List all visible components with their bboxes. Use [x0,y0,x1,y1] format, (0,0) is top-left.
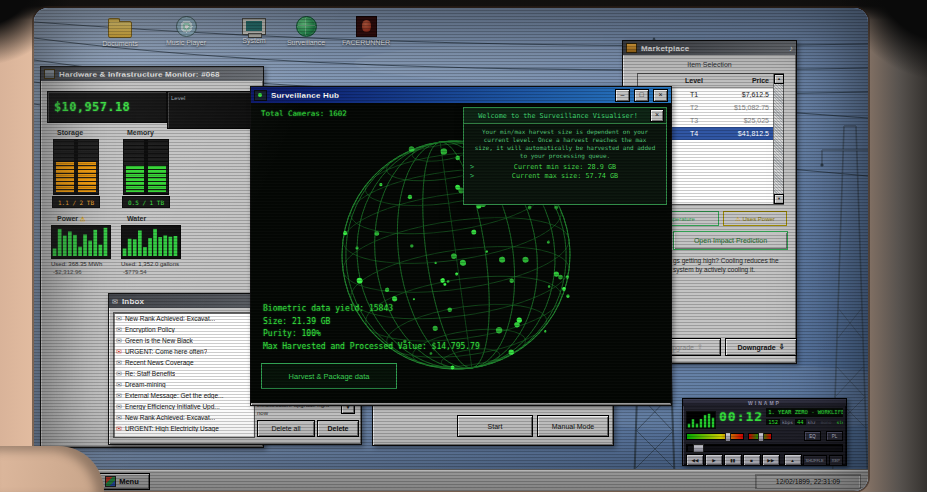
camera-icon [254,90,267,101]
email-subject: External Message: Get the edge... [125,392,224,399]
desktop-icon-documents[interactable]: Documents [94,16,146,47]
seek-bar[interactable] [686,444,843,452]
scroll-up-arrow[interactable]: ▲ [774,74,784,84]
email-row[interactable]: ✉External Message: Get the edge... [114,390,254,401]
email-row[interactable]: ✉Dream-mining [114,379,254,390]
stat-yield: Biometric data yield: 15843 [263,303,480,316]
email-subject: Energy Efficiency Initiative Upd... [125,403,220,410]
downgrade-button[interactable]: Downgrade ⇩ [725,338,797,356]
stop-button[interactable]: ■ [743,454,761,466]
email-row[interactable]: ✉New Rank Achieved: Excavat... [114,313,254,324]
envelope-icon: ✉ [116,326,122,333]
sound-icon: ♪ [789,44,793,53]
email-row[interactable]: ✉Re: Staff Benefits [114,368,254,379]
warning-icon: ⚠ [80,215,85,222]
desktop-icon-system[interactable]: System [228,16,280,44]
max-size-line: > Current max size: 57.74 GB [464,172,666,180]
power-usage-chart [51,225,111,259]
level-column-header: Level [678,77,710,84]
manual-mode-button[interactable]: Manual Mode [537,415,609,437]
pause-button[interactable]: ▮▮ [724,454,742,466]
email-row[interactable]: ✉Recent News Coverage [114,357,254,368]
email-row[interactable]: ✉Encryption Policy [114,324,254,335]
storage-label: Storage [57,129,83,136]
delete-button[interactable]: Delete [317,420,359,437]
email-subject: URGENT: Come here often? [125,348,207,355]
desktop-icon-label: System [228,37,280,44]
harvest-stats: Biometric data yield: 15843 Size: 21.39 … [263,303,480,353]
repeat-toggle[interactable]: REP [829,455,843,466]
water-label: Water [127,215,146,222]
window-title: Hardware & Infrastructure Monitor: #068 [59,70,220,79]
min-size-line: > Current min size: 28.9 GB [464,163,666,171]
memory-value: 0.5 / 1 TB [122,196,170,208]
player-titlebar[interactable]: WINAMP [683,399,846,406]
water-cost: -$779.54 [123,269,147,275]
delete-all-button[interactable]: Delete all [257,420,315,437]
balance-slider[interactable] [748,433,772,440]
seek-knob[interactable] [693,444,704,453]
item-selection-label: Item Selection [623,61,796,68]
email-row[interactable]: ✉Green is the New Black [114,335,254,346]
desktop-icon-label: Music Player [160,39,212,46]
dialog-close-button[interactable]: × [650,109,664,122]
balance-knob[interactable] [758,432,764,442]
envelope-icon: ✉ [116,403,122,410]
marketplace-window-titlebar[interactable]: Marketplace ♪ [623,41,796,55]
surveillance-window-titlebar[interactable]: Surveillance Hub – □ × [251,87,671,103]
harvest-package-button[interactable]: Harvest & Package data [261,363,397,389]
storage-value: 1.1 / 2 TB [52,196,100,208]
email-row[interactable]: ✉URGENT: Come here often? [114,346,254,357]
cd-icon [176,16,197,37]
khz-label: khz [808,420,816,425]
envelope-icon: ✉ [116,414,122,421]
hardware-window-titlebar[interactable]: Hardware & Infrastructure Monitor: #068 [41,67,263,81]
taskbar-clock: 12/02/1899, 22:31:09 [755,474,861,489]
desktop-icon-music-player[interactable]: Music Player [160,16,212,46]
item-description: gs getting high? Cooling reduces the sys… [673,257,783,275]
eject-button[interactable]: ▲ [784,454,802,466]
stat-size: Size: 21.39 GB [263,316,480,329]
globe-icon [296,16,317,37]
uses-power-chip: ⚠ Uses Power [723,211,787,226]
dialog-titlebar[interactable]: Welcome to the Surveillance Visualiser! … [464,108,666,124]
desktop-icon-facerunner[interactable]: FACERUNNER [340,16,392,46]
volume-slider[interactable] [686,433,744,440]
maximize-button[interactable]: □ [634,89,649,102]
monitor-icon [44,69,55,79]
scroll-down-arrow[interactable]: ▼ [774,194,784,204]
water-used: Used: 1,352.0 gallons [121,261,179,267]
envelope-icon: ✉ [116,370,122,377]
equalizer-button[interactable]: EQ [804,431,821,441]
play-button[interactable]: ▶ [705,454,723,466]
start-button[interactable]: Start [457,415,533,437]
desktop-icon-label: Documents [94,40,146,47]
open-impact-prediction-button[interactable]: Open Impact Prediction [673,231,788,250]
stat-purity: Purity: 100% [263,328,480,341]
memory-gauge [123,139,169,195]
close-button[interactable]: × [653,89,668,102]
email-row[interactable]: ✉Energy Efficiency Initiative Upd... [114,401,254,412]
bitrate-value: 152 [766,419,780,425]
previous-button[interactable]: ◀◀ [686,454,704,466]
desktop-icon-surveillance[interactable]: Surveillance [280,16,332,46]
email-subject: New Rank Achieved: Excavat... [125,315,215,322]
power-cost: -$2,312.96 [53,269,82,275]
volume-knob[interactable] [725,432,731,442]
email-row[interactable]: ✉URGENT: High Electricity Usage [114,423,254,434]
total-cameras-label: Total Cameras: 1602 [261,109,347,118]
email-row[interactable]: ✉New Rank Achieved: Excavat... [114,412,254,423]
minimize-button[interactable]: – [615,89,630,102]
visualiser-dialog: Welcome to the Surveillance Visualiser! … [463,107,667,205]
next-button[interactable]: ▶▶ [762,454,780,466]
email-subject: Dream-mining [125,381,166,388]
desktop-icon-label: FACERUNNER [340,39,392,46]
playlist-button[interactable]: PL [826,431,843,441]
email-subject: Recent News Coverage [125,359,194,366]
scrollbar[interactable]: ▲ ▼ [773,74,783,204]
window-title: Marketplace [641,44,689,53]
shuffle-toggle[interactable]: SHUFFLE [803,455,827,466]
taskbar: Menu 12/02/1899, 22:31:09 [34,470,868,491]
email-list: ✉New Rank Achieved: Excavat... ✉Encrypti… [113,312,255,438]
face-icon [356,16,377,37]
